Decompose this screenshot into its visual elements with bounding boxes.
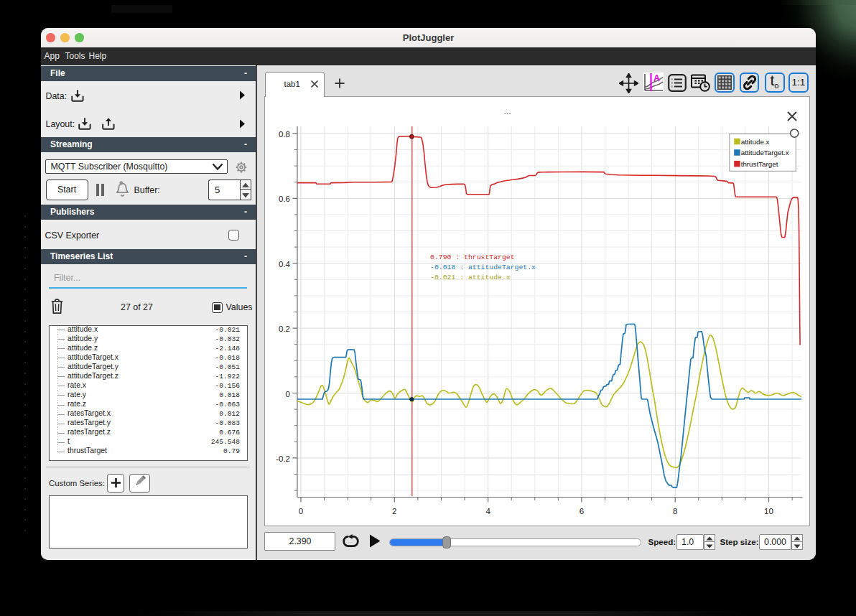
- svg-text:thrustTarget: thrustTarget: [740, 160, 778, 168]
- svg-text:attitudeTarget.x: attitudeTarget.x: [740, 149, 788, 157]
- svg-text:0.2: 0.2: [279, 325, 290, 333]
- svg-text:0.6: 0.6: [279, 195, 290, 203]
- svg-text:0.8: 0.8: [279, 130, 290, 139]
- svg-text:8: 8: [672, 507, 676, 515]
- svg-text:attitude.x: attitude.x: [740, 138, 769, 146]
- svg-text:0.790 : thrustTarget: 0.790 : thrustTarget: [430, 253, 515, 261]
- svg-text:-0.2: -0.2: [276, 454, 290, 463]
- svg-text:0: 0: [298, 507, 302, 515]
- svg-text:4: 4: [485, 507, 490, 515]
- svg-text:6: 6: [579, 507, 583, 515]
- svg-text:2: 2: [392, 507, 396, 515]
- svg-text:...: ...: [503, 106, 511, 116]
- svg-text:-0.021 : attitude.x: -0.021 : attitude.x: [430, 274, 511, 281]
- svg-text:A: A: [653, 73, 660, 83]
- svg-text:10: 10: [764, 507, 773, 515]
- svg-text:-0.018 : attitudeTarget.x: -0.018 : attitudeTarget.x: [430, 263, 536, 271]
- svg-text:0: 0: [285, 390, 289, 398]
- svg-text:0.4: 0.4: [279, 260, 291, 269]
